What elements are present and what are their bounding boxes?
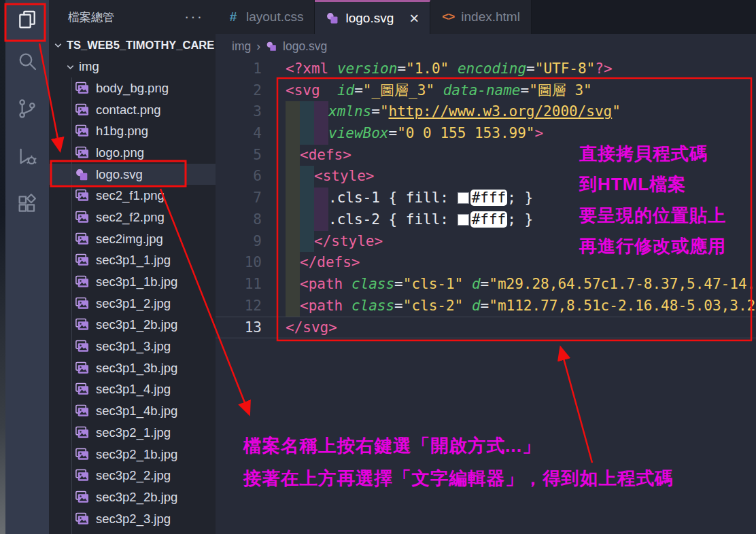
code-line-10: 10</defs> [216,252,756,274]
root-folder-label: TS_WEB5_TIMOTHY_CARE [67,39,214,52]
tree-file-sec3p2_2.jpg[interactable]: sec3p2_2.jpg [49,465,216,486]
tree-file-sec3p2_1.jpg[interactable]: sec3p2_1.jpg [49,422,216,444]
code-token: </defs> [300,254,360,270]
code-token: data-name [443,82,521,99]
file-label: sec3p1_4b.jpg [96,404,177,419]
file-label: sec3p2_2.jpg [96,468,171,483]
code-token: #fff [470,190,508,206]
tab-logo.svg[interactable]: logo.svg× [315,0,430,34]
tree-file-body_bg.png[interactable]: body_bg.png [49,77,216,99]
tree-file-sec3p1_1b.jpg[interactable]: sec3p1_1b.jpg [49,271,216,293]
tab-label: index.html [461,10,520,24]
chevron-down-icon [53,40,64,50]
ellipsis-icon[interactable]: ··· [184,8,203,26]
code-token: = [389,125,398,141]
code-token: = [394,276,403,292]
tree-file-sec3p1_3.jpg[interactable]: sec3p1_3.jpg [49,336,216,357]
tree-file-logo.png[interactable]: logo.png [49,142,216,164]
file-label: sec3p1_2b.jpg [96,317,177,332]
tree-file-sec3p1_1.jpg[interactable]: sec3p1_1.jpg [49,250,216,272]
tree-file-contact.png[interactable]: contact.png [49,99,216,121]
tree-file-sec2_f2.png[interactable]: sec2_f2.png [49,207,216,228]
image-icon [75,340,89,353]
code-line-7: 7.cls-1 { fill: #fff; } [216,188,756,209]
code-token: id [337,82,354,99]
code-token: encoding [458,60,526,77]
breadcrumb-folder[interactable]: img [232,39,251,54]
code-line-content: xmlns="http://www.w3.org/2000/svg" [286,101,756,123]
code-line-12: 12<path class="cls-2" d="m112.77,8.51c-2… [216,296,756,317]
tree-file-sec3p1_3b.jpg[interactable]: sec3p1_3b.jpg [49,357,216,379]
file-list: body_bg.pngcontact.pngh1bg.pnglogo.pnglo… [49,77,216,529]
file-label: sec3p1_4.jpg [96,382,171,397]
line-number: 12 [216,296,262,317]
svg-icon [266,41,277,52]
code-token: .cls-2 { fill: [328,211,458,228]
tree-folder-img[interactable]: img [49,56,216,77]
code-line-content: </style> [286,231,756,253]
code-token: "m112.77,8.51c-2.16.48-5.03,3.2 [489,298,755,314]
image-icon [75,448,89,461]
source-control-icon[interactable] [5,87,49,130]
tree-file-sec2img.jpg[interactable]: sec2img.jpg [49,228,216,250]
extensions-icon[interactable] [5,182,49,226]
code-token [320,82,337,99]
tree-file-logo.svg[interactable]: logo.svg [49,164,216,185]
tab-index.html[interactable]: <>index.html [430,0,532,34]
file-label: sec2_f2.png [96,210,165,225]
tree-root-folder[interactable]: TS_WEB5_TIMOTHY_CARE [49,34,216,56]
tree-indent-guide [71,77,72,534]
code-token: <path [300,298,343,314]
svg-icon [326,12,339,25]
file-label: sec3p1_1.jpg [96,253,171,268]
tree-file-sec3p1_2.jpg[interactable]: sec3p1_2.jpg [49,293,216,315]
code-line-content: <?xml version="1.0" encoding="UTF-8"?> [286,58,756,80]
image-icon [75,512,89,526]
code-token: "UTF-8" [535,60,596,77]
tree-file-sec3p2_2b.jpg[interactable]: sec3p2_2b.jpg [49,486,216,508]
run-debug-icon[interactable] [5,135,49,178]
code-token: = [481,276,489,292]
code-token [343,276,351,292]
close-icon[interactable]: × [409,10,419,26]
code-token: class [351,276,394,292]
breadcrumb-separator-icon: › [256,39,260,54]
code-token: </svg> [286,319,337,336]
code-line-4: 4viewBox="0 0 155 153.99"> [216,123,756,145]
tree-file-sec3p2_1b.jpg[interactable]: sec3p2_1b.jpg [49,444,216,465]
tree-file-sec3p1_2b.jpg[interactable]: sec3p1_2b.jpg [49,315,216,336]
code-token: </style> [314,233,383,249]
chevron-down-icon [65,62,76,72]
files-icon[interactable] [5,0,49,39]
tab-layout.css[interactable]: #layout.css [216,0,315,34]
image-icon [75,404,89,418]
code-token: = [397,60,406,77]
file-label: h1bg.png [96,124,148,139]
image-icon [75,189,89,202]
code-token [343,298,351,314]
code-line-9: 9</style> [216,231,756,253]
image-icon [75,232,89,246]
tree-file-h1bg.png[interactable]: h1bg.png [49,120,216,142]
code-token: "1.0" [406,60,449,77]
search-icon[interactable] [5,39,49,83]
tree-file-sec3p1_4b.jpg[interactable]: sec3p1_4b.jpg [49,400,216,422]
code-token: http://www.w3.org/2000/svg [389,103,613,120]
editor-group: #layout.csslogo.svg×<>index.html img›log… [216,0,756,534]
tab-label: layout.css [246,10,303,24]
code-line-6: 6<style> [216,166,756,188]
code-editor[interactable]: 1<?xml version="1.0" encoding="UTF-8"?>2… [216,58,756,338]
tree-file-sec3p2_3.jpg[interactable]: sec3p2_3.jpg [49,508,216,530]
tree-file-sec2_f1.png[interactable]: sec2_f1.png [49,185,216,207]
breadcrumb-file[interactable]: logo.svg [283,39,327,54]
code-token: version [337,60,398,77]
code-line-2: 2<svg id="_圖層_3" data-name="圖層 3" [216,80,756,102]
code-token: "_圖層_3" [363,82,434,99]
code-line-content: <style> [286,166,756,188]
tree-file-sec3p1_4.jpg[interactable]: sec3p1_4.jpg [49,379,216,401]
code-token: " [612,103,621,120]
code-token: = [394,298,403,314]
code-token [328,60,337,77]
line-number: 11 [216,274,262,296]
explorer-title: 檔案總管 [68,10,114,25]
